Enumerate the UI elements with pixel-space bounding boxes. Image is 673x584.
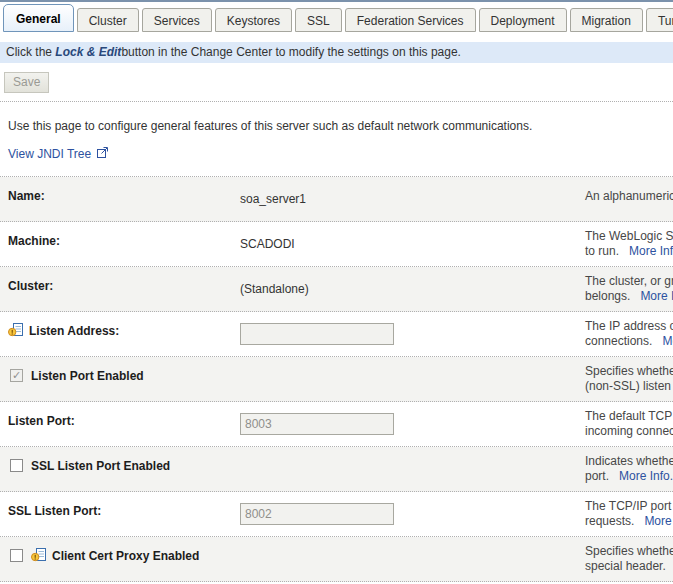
section-divider bbox=[0, 101, 673, 102]
table-row: Client Cert Proxy EnabledSpecifies wheth… bbox=[0, 537, 673, 582]
row-description: The cluster, or grobelongs. More I bbox=[575, 267, 673, 311]
save-button[interactable]: Save bbox=[4, 72, 49, 93]
row-value-cell: SCADODI bbox=[240, 222, 575, 266]
row-label: Listen Port Enabled bbox=[31, 368, 144, 383]
row-label-cell: Machine: bbox=[0, 222, 240, 266]
table-row: Name:soa_server1An alphanumeric n bbox=[0, 177, 673, 222]
lock-and-edit-emphasis: Lock & Edit bbox=[55, 45, 121, 59]
tab-keystores[interactable]: Keystores bbox=[215, 8, 292, 32]
tab-migration[interactable]: Migration bbox=[570, 8, 643, 32]
row-description: The default TCP pincoming connecti bbox=[575, 402, 673, 446]
settings-table: Name:soa_server1An alphanumeric nMachine… bbox=[0, 176, 673, 582]
row-label-cell: SSL Listen Port: bbox=[0, 492, 240, 536]
row-description: Specifies whether(non-SSL) listen p bbox=[575, 357, 673, 401]
row-description-line1: The WebLogic Ser bbox=[585, 229, 673, 244]
row-value-cell bbox=[240, 357, 575, 401]
row-value-cell: soa_server1 bbox=[240, 177, 575, 221]
row-label-cell: Cluster: bbox=[0, 267, 240, 311]
more-info-link[interactable]: More Inf bbox=[629, 244, 673, 258]
row-description: The WebLogic Serto run. More Inf bbox=[575, 222, 673, 266]
weblogic-server-settings-page: GeneralClusterServicesKeystoresSSLFedera… bbox=[0, 0, 673, 584]
row-value-cell bbox=[240, 447, 575, 491]
row-description-line2: incoming connecti bbox=[585, 424, 673, 439]
row-label: SSL Listen Port: bbox=[8, 503, 101, 518]
row-label-cell: Listen Port: bbox=[0, 402, 240, 446]
table-row: ✓Listen Port EnabledSpecifies whether(no… bbox=[0, 357, 673, 402]
jndi-link-row: View JNDI Tree bbox=[8, 146, 673, 162]
more-info-link[interactable]: More Info. bbox=[619, 469, 673, 483]
row-description-line1: The TCP/IP port a bbox=[585, 499, 673, 514]
row-input[interactable] bbox=[240, 413, 394, 435]
row-description: Specifies whetherspecial header. bbox=[575, 537, 673, 581]
row-description: Indicates whetherport. More Info. bbox=[575, 447, 673, 491]
row-description-text: (non-SSL) listen p bbox=[585, 379, 673, 393]
notice-suffix: button in the Change Center to modify th… bbox=[121, 45, 461, 59]
change-center-notice: Click the Lock & Editbutton in the Chang… bbox=[0, 42, 673, 63]
row-input[interactable] bbox=[240, 323, 394, 345]
row-checkbox[interactable] bbox=[10, 549, 23, 562]
row-description-line1: The IP address or bbox=[585, 319, 673, 334]
row-description-line2: port. More Info. bbox=[585, 469, 673, 484]
more-info-link[interactable]: Mo bbox=[662, 334, 673, 348]
tab-cluster[interactable]: Cluster bbox=[77, 8, 139, 32]
row-description-line2: requests. More bbox=[585, 514, 673, 529]
table-row: SSL Listen Port:The TCP/IP port arequest… bbox=[0, 492, 673, 537]
restart-required-icon bbox=[31, 547, 47, 566]
row-label: Listen Address: bbox=[29, 323, 119, 338]
tab-services[interactable]: Services bbox=[142, 8, 212, 32]
tab-deployment[interactable]: Deployment bbox=[479, 8, 567, 32]
row-description-line1: Specifies whether bbox=[585, 544, 673, 559]
table-row: Machine:SCADODIThe WebLogic Serto run. M… bbox=[0, 222, 673, 267]
tab-ssl[interactable]: SSL bbox=[295, 8, 342, 32]
row-label: Client Cert Proxy Enabled bbox=[52, 548, 199, 563]
page-description: Use this page to configure general featu… bbox=[8, 119, 673, 133]
tab-tuning[interactable]: Tuning bbox=[646, 8, 673, 32]
tab-bar: GeneralClusterServicesKeystoresSSLFedera… bbox=[0, 2, 673, 32]
more-info-link[interactable]: More bbox=[644, 514, 671, 528]
row-description-text: port. bbox=[585, 469, 619, 483]
row-label: SSL Listen Port Enabled bbox=[31, 458, 170, 473]
row-description: An alphanumeric n bbox=[575, 177, 673, 221]
view-jndi-tree-link[interactable]: View JNDI Tree bbox=[8, 147, 91, 161]
row-description-line2: belongs. More I bbox=[585, 289, 673, 304]
row-label-cell: SSL Listen Port Enabled bbox=[0, 447, 240, 491]
row-description-line2: connections. Mo bbox=[585, 334, 673, 349]
row-description-text: incoming connecti bbox=[585, 424, 673, 438]
row-description-line1: The default TCP p bbox=[585, 409, 673, 424]
row-label: Listen Port: bbox=[8, 413, 75, 428]
row-description-line1: Indicates whether bbox=[585, 454, 673, 469]
restart-required-icon bbox=[8, 322, 24, 341]
row-label: Cluster: bbox=[8, 278, 53, 293]
row-description-text: requests. bbox=[585, 514, 644, 528]
more-info-link[interactable]: More I bbox=[640, 289, 673, 303]
row-description: The IP address orconnections. Mo bbox=[575, 312, 673, 356]
row-description-text: special header. bbox=[585, 559, 673, 573]
row-value-cell bbox=[240, 537, 575, 581]
notice-prefix: Click the bbox=[6, 45, 55, 59]
row-label-cell: Name: bbox=[0, 177, 240, 221]
row-input[interactable] bbox=[240, 503, 394, 525]
row-value-cell: (Standalone) bbox=[240, 267, 575, 311]
row-description-line2: (non-SSL) listen p bbox=[585, 379, 673, 394]
table-row: SSL Listen Port EnabledIndicates whether… bbox=[0, 447, 673, 492]
row-description-line1: Specifies whether bbox=[585, 364, 673, 379]
row-value: SCADODI bbox=[240, 237, 295, 251]
row-description-text: belongs. bbox=[585, 289, 640, 303]
tab-general[interactable]: General bbox=[3, 4, 74, 32]
row-label-cell: ✓Listen Port Enabled bbox=[0, 357, 240, 401]
row-description-line1: An alphanumeric n bbox=[585, 189, 673, 204]
row-value: (Standalone) bbox=[240, 282, 309, 296]
row-checkbox[interactable] bbox=[10, 459, 23, 472]
row-description-text: connections. bbox=[585, 334, 662, 348]
row-value-cell bbox=[240, 492, 575, 536]
tab-federation-services[interactable]: Federation Services bbox=[345, 8, 476, 32]
table-row: Cluster:(Standalone)The cluster, or grob… bbox=[0, 267, 673, 312]
external-window-icon bbox=[96, 146, 109, 162]
row-label: Machine: bbox=[8, 233, 60, 248]
row-description-text: to run. bbox=[585, 244, 629, 258]
row-description-line2: special header. bbox=[585, 559, 673, 574]
table-row: Listen Port:The default TCP pincoming co… bbox=[0, 402, 673, 447]
row-value-cell bbox=[240, 312, 575, 356]
row-checkbox[interactable]: ✓ bbox=[10, 369, 23, 382]
row-description-line2: to run. More Inf bbox=[585, 244, 673, 259]
